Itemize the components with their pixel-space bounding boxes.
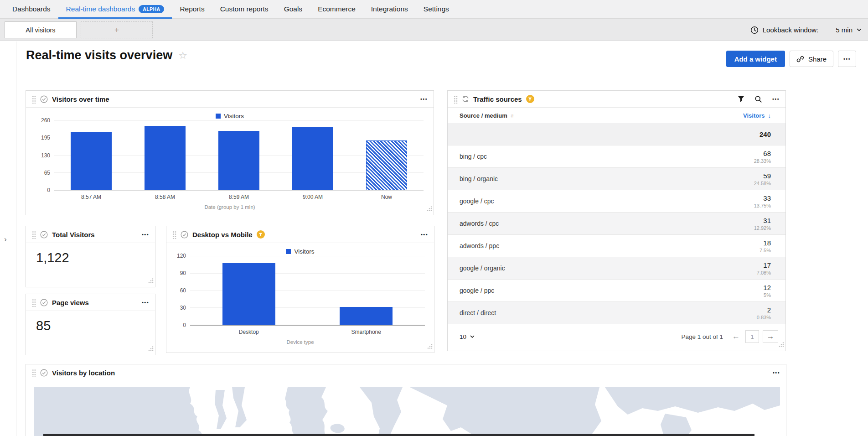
page-size-select[interactable]: 10 xyxy=(460,333,475,340)
y-tick-label: 120 xyxy=(177,253,186,259)
dashboard-tab-all-visitors[interactable]: All visitors xyxy=(5,21,77,38)
expand-sidebar-chevron-icon[interactable]: › xyxy=(4,235,7,244)
favorite-star-icon[interactable]: ☆ xyxy=(178,50,187,62)
nav-item-goals[interactable]: Goals xyxy=(276,0,310,18)
column-header-source-medium[interactable]: Source / medium ↓↑ xyxy=(460,112,513,119)
add-widget-button[interactable]: Add a widget xyxy=(726,51,785,67)
drag-handle-icon[interactable] xyxy=(32,230,36,239)
resize-handle[interactable] xyxy=(148,277,154,285)
widget-header: Total Visitors ••• xyxy=(26,226,155,243)
table-row[interactable]: direct / direct20.83% xyxy=(448,301,785,324)
filter-icon[interactable] xyxy=(738,96,744,103)
refresh-icon xyxy=(462,95,469,103)
widget-more-menu-button[interactable]: ••• xyxy=(773,370,780,375)
drag-handle-icon[interactable] xyxy=(454,95,458,104)
world-map[interactable] xyxy=(34,387,780,436)
widget-traffic-sources: Traffic sources ••• Source / medium ↓↑ V… xyxy=(447,90,786,351)
drag-handle-icon[interactable] xyxy=(32,298,36,307)
share-button[interactable]: Share xyxy=(790,51,833,67)
chart-legend[interactable]: Visitors xyxy=(26,111,434,121)
y-tick-label: 195 xyxy=(41,135,50,141)
visitors-percent: 5% xyxy=(763,292,771,298)
column-header-visitors[interactable]: Visitors ↓ xyxy=(743,112,771,119)
dashboard-more-menu-button[interactable]: ••• xyxy=(838,51,856,67)
y-axis: 065130195260 xyxy=(26,121,54,191)
resize-handle[interactable] xyxy=(148,345,154,353)
bar-8-59-am xyxy=(218,131,260,190)
lookback-window-control[interactable]: Lookback window: 5 min xyxy=(750,26,862,34)
alpha-badge: ALPHA xyxy=(139,5,164,13)
visitors-value: 2 xyxy=(757,306,771,314)
visitors-percent: 28.33% xyxy=(754,158,771,164)
filter-applied-badge-icon[interactable] xyxy=(257,230,265,239)
plot-area xyxy=(54,121,424,191)
y-tick-label: 0 xyxy=(183,322,186,328)
visitors-value: 17 xyxy=(757,261,771,269)
y-tick-label: 0 xyxy=(47,187,50,193)
x-axis-labels: DesktopSmartphone xyxy=(190,326,425,335)
nav-item-reports[interactable]: Reports xyxy=(172,0,212,18)
next-page-button[interactable]: → xyxy=(763,330,778,343)
sort-desc-icon: ↓ xyxy=(768,112,771,119)
widget-more-menu-button[interactable]: ••• xyxy=(772,96,780,102)
table-footer: 10 Page 1 out of 1 ← 1 → xyxy=(448,324,785,351)
table-row[interactable]: google / organic177.08% xyxy=(448,257,785,279)
source-medium-cell: adwords / ppc xyxy=(460,242,499,249)
table-row[interactable]: adwords / cpc3112.92% xyxy=(448,212,785,234)
bar-smartphone xyxy=(340,307,393,325)
x-tick-label: 8:59 AM xyxy=(202,194,276,200)
visitors-value: 59 xyxy=(754,172,771,180)
legend-label: Visitors xyxy=(294,248,314,255)
widget-page-views: Page views ••• 85 xyxy=(26,294,155,355)
widget-desktop-vs-mobile: Desktop vs Mobile ••• Visitors 030609012… xyxy=(166,226,434,353)
check-circle-icon xyxy=(40,95,48,103)
nav-item-custom-reports[interactable]: Custom reports xyxy=(212,0,276,18)
drag-handle-icon[interactable] xyxy=(32,95,36,104)
chart-legend[interactable]: Visitors xyxy=(166,246,434,256)
widget-visitors-by-location: Visitors by location ••• xyxy=(26,364,786,436)
check-circle-icon xyxy=(40,299,48,306)
widget-header: Desktop vs Mobile ••• xyxy=(166,226,434,243)
search-icon[interactable] xyxy=(754,95,762,103)
y-tick-label: 65 xyxy=(44,170,50,176)
resize-handle[interactable] xyxy=(778,341,784,349)
filter-applied-badge-icon[interactable] xyxy=(526,95,534,103)
x-tick-label: Now xyxy=(350,194,424,200)
bar-8-58-am xyxy=(145,126,186,190)
bar-now xyxy=(366,140,408,190)
table-row[interactable]: google / cpc3313.75% xyxy=(448,190,785,212)
nav-item-settings[interactable]: Settings xyxy=(416,0,457,18)
widget-more-menu-button[interactable]: ••• xyxy=(142,300,149,305)
widget-more-menu-button[interactable]: ••• xyxy=(420,96,428,102)
drag-handle-icon[interactable] xyxy=(172,230,176,239)
dashboard-tab-bar: All visitors + Lookback window: 5 min xyxy=(0,19,868,41)
add-dashboard-button[interactable]: + xyxy=(81,21,153,38)
legend-label: Visitors xyxy=(224,113,244,119)
widget-header: Traffic sources ••• xyxy=(448,91,785,108)
resize-handle[interactable] xyxy=(426,205,432,213)
table-row[interactable]: google / ppc125% xyxy=(448,279,785,301)
nav-item-ecommerce[interactable]: Ecommerce xyxy=(310,0,363,18)
page-number-box[interactable]: 1 xyxy=(745,330,759,343)
widget-more-menu-button[interactable]: ••• xyxy=(142,232,149,237)
widget-more-menu-button[interactable]: ••• xyxy=(421,232,428,237)
top-nav: DashboardsReal-time dashboardsALPHARepor… xyxy=(0,0,868,19)
source-medium-cell: bing / organic xyxy=(460,175,498,182)
visitors-percent: 24.58% xyxy=(754,181,771,186)
nav-item-dashboards[interactable]: Dashboards xyxy=(5,0,58,18)
nav-item-real-time-dashboards[interactable]: Real-time dashboardsALPHA xyxy=(58,0,172,18)
y-tick-label: 130 xyxy=(41,152,50,159)
nav-item-integrations[interactable]: Integrations xyxy=(363,0,416,18)
table-row[interactable]: adwords / ppc187.5% xyxy=(448,234,785,257)
plot-area xyxy=(190,256,425,326)
drag-handle-icon[interactable] xyxy=(32,369,36,377)
visitors-percent: 12.92% xyxy=(754,225,771,231)
table-row[interactable]: bing / cpc6828.33% xyxy=(448,145,785,167)
chevron-down-icon xyxy=(857,28,862,31)
widget-title: Visitors over time xyxy=(52,95,109,103)
page-title: Real-time visits overview ☆ xyxy=(26,48,187,62)
table-row[interactable]: bing / organic5924.58% xyxy=(448,167,785,190)
resize-handle[interactable] xyxy=(427,343,433,351)
widget-title: Desktop vs Mobile xyxy=(192,231,253,239)
previous-page-button[interactable]: ← xyxy=(730,332,742,341)
